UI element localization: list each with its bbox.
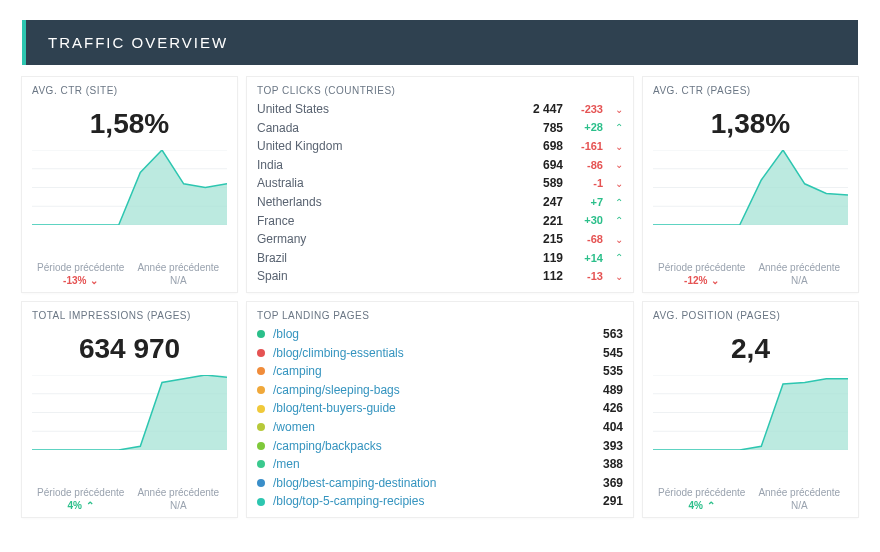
country-name: Canada xyxy=(257,119,511,138)
footer-label: Année précédente xyxy=(751,262,849,273)
table-row[interactable]: Spain112-13⌄ xyxy=(257,267,623,286)
page-path: /camping xyxy=(273,362,571,381)
footer-label: Période précédente xyxy=(653,262,751,273)
click-value: 247 xyxy=(511,193,563,212)
card-title: AVG. CTR (PAGES) xyxy=(653,85,848,96)
table-row[interactable]: Netherlands247+7⌃ xyxy=(257,193,623,212)
legend-dot-icon xyxy=(257,460,265,468)
card-position: AVG. POSITION (PAGES) 2,4 Période précéd… xyxy=(643,302,858,517)
footer-na: N/A xyxy=(130,275,228,286)
chevron-down-icon: ⌄ xyxy=(603,232,623,248)
metric-value: 634 970 xyxy=(32,325,227,371)
table-row[interactable]: Australia589-1⌄ xyxy=(257,174,623,193)
table-row[interactable]: India694-86⌄ xyxy=(257,156,623,175)
table-row[interactable]: /women404 xyxy=(257,418,623,437)
table-row[interactable]: /camping/sleeping-bags489 xyxy=(257,381,623,400)
chevron-up-icon: ⌃ xyxy=(86,500,94,511)
chevron-down-icon: ⌄ xyxy=(603,269,623,285)
footer-delta: -13% xyxy=(63,275,86,286)
table-row[interactable]: United Kingdom698-161⌄ xyxy=(257,137,623,156)
click-delta: +30 xyxy=(563,212,603,229)
click-value: 221 xyxy=(511,212,563,231)
footer-delta: 4% xyxy=(68,500,82,511)
page-value: 535 xyxy=(571,362,623,381)
click-delta: -161 xyxy=(563,138,603,155)
legend-dot-icon xyxy=(257,498,265,506)
table-row[interactable]: /blog/tent-buyers-guide426 xyxy=(257,399,623,418)
table-row[interactable]: /blog/top-5-camping-recipies291 xyxy=(257,492,623,511)
click-delta: -233 xyxy=(563,101,603,118)
table-row[interactable]: /blog/best-camping-destination369 xyxy=(257,474,623,493)
page-path: /blog/top-5-camping-recipies xyxy=(273,492,571,511)
legend-dot-icon xyxy=(257,349,265,357)
click-delta: +14 xyxy=(563,250,603,267)
footer-na: N/A xyxy=(130,500,228,511)
click-value: 215 xyxy=(511,230,563,249)
country-name: Netherlands xyxy=(257,193,511,212)
card-landing-pages: TOP LANDING PAGES /blog563/blog/climbing… xyxy=(247,302,633,517)
chevron-down-icon: ⌄ xyxy=(711,275,719,286)
click-delta: +7 xyxy=(563,194,603,211)
footer-label: Année précédente xyxy=(130,487,228,498)
page-value: 545 xyxy=(571,344,623,363)
footer-label: Année précédente xyxy=(751,487,849,498)
click-value: 694 xyxy=(511,156,563,175)
legend-dot-icon xyxy=(257,423,265,431)
page-path: /blog xyxy=(273,325,571,344)
footer-delta: 4% xyxy=(689,500,703,511)
page-path: /blog/climbing-essentials xyxy=(273,344,571,363)
chevron-up-icon: ⌃ xyxy=(603,195,623,211)
card-title: TOP LANDING PAGES xyxy=(257,310,623,321)
table-row[interactable]: United States2 447-233⌄ xyxy=(257,100,623,119)
chevron-up-icon: ⌃ xyxy=(707,500,715,511)
country-name: Spain xyxy=(257,267,511,286)
click-delta: +28 xyxy=(563,119,603,136)
click-delta: -1 xyxy=(563,175,603,192)
table-row[interactable]: /camping535 xyxy=(257,362,623,381)
page-path: /blog/best-camping-destination xyxy=(273,474,571,493)
table-row[interactable]: /blog563 xyxy=(257,325,623,344)
page-path: /camping/backpacks xyxy=(273,437,571,456)
card-ctr-pages: AVG. CTR (PAGES) 1,38% Période précédent… xyxy=(643,77,858,292)
page-path: /men xyxy=(273,455,571,474)
legend-dot-icon xyxy=(257,386,265,394)
chevron-down-icon: ⌄ xyxy=(603,102,623,118)
click-value: 785 xyxy=(511,119,563,138)
metric-value: 1,38% xyxy=(653,100,848,146)
chevron-up-icon: ⌃ xyxy=(603,250,623,266)
legend-dot-icon xyxy=(257,442,265,450)
page-path: /women xyxy=(273,418,571,437)
page-value: 388 xyxy=(571,455,623,474)
footer-label: Année précédente xyxy=(130,262,228,273)
card-impressions: TOTAL IMPRESSIONS (PAGES) 634 970 Périod… xyxy=(22,302,237,517)
metric-value: 2,4 xyxy=(653,325,848,371)
chevron-up-icon: ⌃ xyxy=(603,213,623,229)
country-name: Brazil xyxy=(257,249,511,268)
table-row[interactable]: France221+30⌃ xyxy=(257,212,623,231)
sparkline-chart xyxy=(653,375,848,483)
page-value: 369 xyxy=(571,474,623,493)
table-row[interactable]: Germany215-68⌄ xyxy=(257,230,623,249)
card-title: AVG. CTR (SITE) xyxy=(32,85,227,96)
table-row[interactable]: /men388 xyxy=(257,455,623,474)
table-row[interactable]: Brazil119+14⌃ xyxy=(257,249,623,268)
country-name: Germany xyxy=(257,230,511,249)
table-row[interactable]: /camping/backpacks393 xyxy=(257,437,623,456)
chevron-down-icon: ⌄ xyxy=(603,176,623,192)
page-value: 393 xyxy=(571,437,623,456)
table-row[interactable]: /blog/climbing-essentials545 xyxy=(257,344,623,363)
page-value: 404 xyxy=(571,418,623,437)
sparkline-chart xyxy=(32,150,227,258)
page-title: TRAFFIC OVERVIEW xyxy=(22,20,858,65)
chevron-down-icon: ⌄ xyxy=(603,139,623,155)
card-title: AVG. POSITION (PAGES) xyxy=(653,310,848,321)
country-name: United States xyxy=(257,100,511,119)
legend-dot-icon xyxy=(257,367,265,375)
card-title: TOP CLICKS (COUNTRIES) xyxy=(257,85,623,96)
click-delta: -68 xyxy=(563,231,603,248)
table-row[interactable]: Canada785+28⌃ xyxy=(257,119,623,138)
page-value: 563 xyxy=(571,325,623,344)
country-name: United Kingdom xyxy=(257,137,511,156)
page-path: /blog/tent-buyers-guide xyxy=(273,399,571,418)
footer-na: N/A xyxy=(751,275,849,286)
